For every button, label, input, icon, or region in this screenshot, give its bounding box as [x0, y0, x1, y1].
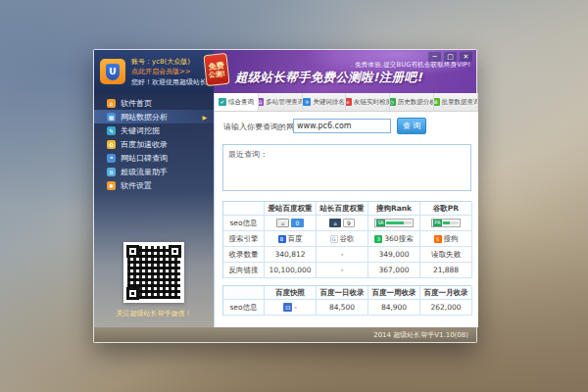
close-button[interactable]: ✕: [460, 52, 472, 62]
aizhan-badge-icon: ⌂: [276, 219, 289, 227]
banner-headline: 超级站长帮手免费公测啦!注册吧!: [235, 70, 474, 86]
sidebar-item-baidu-speedup[interactable]: ✿ 百度加速收录: [94, 137, 214, 151]
engine-google-cell: G 谷歌: [317, 231, 368, 247]
sidebar-item-settings[interactable]: ✱ 软件设置: [94, 178, 214, 192]
account-panel: U 账号：yc8(大众版) 点此开启会员版>> 您好！欢迎使用超级站长帮手: [94, 50, 214, 93]
row-label-backlinks: 反向链接: [223, 263, 265, 278]
engine-name: 谷歌: [340, 234, 355, 244]
google-pr-meter: PR: [431, 219, 461, 227]
qr-eye-icon: [126, 287, 139, 300]
ranking-icon: ♔: [303, 98, 311, 106]
tab-batch-query[interactable]: ≣ 批量数据查询: [434, 93, 478, 111]
table-corner: [223, 202, 265, 216]
so360-icon: 3: [374, 235, 382, 243]
upgrade-member-link[interactable]: 点此开启会员版>>: [131, 67, 191, 76]
tab-label: 综合查询: [228, 98, 254, 107]
sidebar-item-label: 软件首页: [121, 98, 152, 109]
comprehensive-query-icon: ✔: [219, 98, 226, 106]
gear-icon: ✱: [107, 181, 116, 190]
column-header: 百度一月收录: [420, 286, 472, 300]
tab-friendlink-check[interactable]: ∞ 友链实时检测: [346, 93, 390, 111]
column-header: 站长百度权重: [317, 202, 368, 216]
tab-history-analysis[interactable]: ◷ 历史数据分析: [390, 93, 434, 111]
status-bar: 2014 超级站长帮手V1.10(08): [94, 327, 476, 342]
sidebar-menu: ⌂ 软件首页 ▦ 网站数据分析 ▶ ✎ 关键词挖掘 ✿ 百度加速收录 ❝: [94, 96, 214, 192]
tab-keyword-ranking[interactable]: ♔ 关键词排名: [303, 93, 347, 111]
maximize-button[interactable]: ▢: [444, 52, 457, 62]
pr-bar: [443, 221, 459, 224]
sidebar-item-traffic-helper[interactable]: ≋ 超级流量助手: [94, 165, 214, 178]
batch-icon: ≣: [434, 98, 439, 106]
column-header: 百度一日收录: [317, 286, 368, 300]
column-header: 搜狗Rank: [368, 202, 420, 216]
promo-stamp-icon: 免费 公测!: [203, 53, 229, 86]
qr-code: [123, 242, 184, 303]
engine-name: 搜狗: [444, 234, 459, 244]
column-header: 百度快照: [265, 286, 317, 300]
multisite-icon: ▤: [259, 98, 264, 106]
column-header: 百度一周收录: [368, 286, 420, 300]
included-baidu: 340,812: [265, 247, 317, 263]
snapshot-table: 百度快照 百度一日收录 百度一周收录 百度一月收录 seo信息 ⊡ - 84,5…: [222, 285, 471, 316]
table-corner: [223, 286, 265, 300]
baidu-icon: B: [278, 235, 286, 243]
sidebar-item-keyword-mining[interactable]: ✎ 关键词挖掘: [94, 123, 214, 137]
baidu-month-included: 262,000: [420, 300, 472, 316]
version-text: 2014 超级站长帮手V1.10(08): [373, 330, 468, 340]
chart-icon: ▦: [107, 113, 116, 122]
tab-label: 关键词排名: [313, 98, 345, 107]
aizhan-weight-cell: ⌂ 0: [265, 216, 317, 231]
included-360: 349,000: [368, 247, 420, 263]
chinaz-badge-icon: ⌂: [329, 219, 341, 227]
chinaz-weight-cell: ⌂ 9: [317, 216, 368, 231]
sidebar-item-label: 网站口碑查询: [121, 153, 168, 164]
url-input[interactable]: [293, 119, 391, 133]
sidebar-item-label: 超级流量助手: [121, 167, 168, 177]
tab-comprehensive-query[interactable]: ✔ 综合查询: [215, 93, 259, 111]
home-icon: ⌂: [107, 99, 116, 108]
qr-pattern: [127, 246, 180, 299]
included-sogou: 读取失败: [420, 247, 472, 263]
aizhan-weight-badge: 0: [291, 219, 304, 227]
sogou-rank-cell: SR: [368, 216, 420, 231]
row-label-search-engine: 搜索引擎: [223, 231, 265, 247]
sidebar-item-label: 百度加速收录: [121, 139, 168, 150]
recent-query-box: 最近查询：: [222, 144, 471, 191]
google-pr-cell: PR: [420, 216, 472, 231]
engine-sogou-cell: S 搜狗: [420, 231, 472, 247]
sr-bar: [386, 221, 412, 224]
tab-multisite-management[interactable]: ▤ 多站管理查询: [259, 93, 303, 111]
snapshot-icon: ⊡: [283, 303, 292, 312]
window-header: U 账号：yc8(大众版) 点此开启会员版>> 您好！欢迎使用超级站长帮手 免费…: [94, 50, 476, 93]
banner-tagline: ．免费体验,提交BUG有机会获取终身VIP!: [348, 61, 470, 70]
pr-tag: PR: [433, 220, 442, 226]
qr-eye-icon: [169, 245, 181, 258]
sidebar-item-site-data-analysis[interactable]: ▦ 网站数据分析 ▶: [94, 110, 214, 123]
sidebar-item-home[interactable]: ⌂ 软件首页: [94, 96, 214, 110]
baidu-week-included: 84,900: [368, 300, 420, 316]
sr-tag: SR: [376, 220, 385, 226]
tab-label: 友链实时检测: [354, 98, 390, 107]
comment-icon: ❝: [107, 154, 116, 163]
snapshot-value: -: [294, 303, 297, 312]
sogou-rank-meter: SR: [374, 219, 414, 227]
engine-name: 360搜索: [384, 234, 413, 244]
engine-360-cell: 3 360搜索: [368, 231, 420, 247]
account-username: 账号：yc8(大众版): [131, 57, 190, 67]
history-icon: ◷: [390, 98, 395, 106]
backlinks-360: 367,000: [368, 263, 420, 278]
main-panel: ✔ 综合查询 ▤ 多站管理查询 ♔ 关键词排名 ∞ 友链实时检测 ◷ 历史数: [214, 93, 478, 327]
included-google: -: [317, 247, 368, 263]
minimize-button[interactable]: ─: [428, 52, 441, 62]
backlinks-sogou: 21,888: [420, 263, 472, 278]
tab-label: 批量数据查询: [442, 98, 478, 107]
sidebar-item-site-reputation[interactable]: ❝ 网站口碑查询: [94, 151, 214, 165]
tab-bar: ✔ 综合查询 ▤ 多站管理查询 ♔ 关键词排名 ∞ 友链实时检测 ◷ 历史数: [215, 93, 478, 112]
sidebar-item-label: 网站数据分析: [121, 112, 168, 122]
sidebar-item-label: 软件设置: [121, 180, 152, 191]
app-logo-icon: U: [100, 59, 125, 84]
query-button[interactable]: 查 询: [397, 118, 426, 134]
column-header: 爱站百度权重: [265, 202, 317, 216]
baidu-day-included: 84,500: [317, 300, 368, 316]
keyword-icon: ✎: [107, 126, 116, 135]
